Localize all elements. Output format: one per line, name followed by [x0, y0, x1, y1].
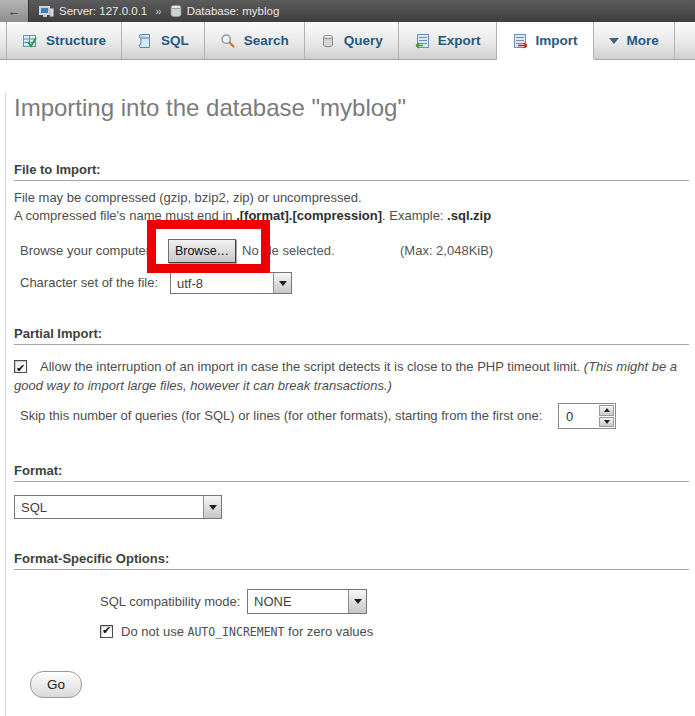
tab-label: Query: [344, 33, 383, 48]
search-icon: [220, 33, 236, 49]
sql-compatibility-select[interactable]: NONE: [247, 589, 367, 614]
tab-label: Search: [244, 33, 289, 48]
import-icon: [512, 33, 528, 49]
no-file-selected-text: No file selected.: [242, 238, 335, 264]
tab-structure[interactable]: Structure: [6, 22, 122, 59]
tab-more[interactable]: More: [594, 22, 675, 59]
charset-label: Character set of the file:: [20, 272, 158, 294]
section-heading-partial-import: Partial Import:: [14, 326, 689, 345]
sql-compatibility-label: SQL compatibility mode:: [100, 589, 240, 614]
export-icon: [414, 33, 430, 49]
browse-label: Browse your computer:: [20, 238, 154, 264]
auto-increment-prefix: Do not use: [121, 624, 188, 639]
up-arrow-icon: [604, 408, 610, 412]
allow-interruption-checkbox[interactable]: [14, 360, 27, 373]
back-arrow-icon: ←: [8, 4, 21, 19]
allow-interruption-row: Allow the interruption of an import in c…: [14, 357, 691, 395]
tab-export[interactable]: Export: [399, 22, 497, 59]
allow-interruption-text: Allow the interruption of an import in c…: [40, 359, 584, 374]
stepper-down-button[interactable]: [599, 417, 614, 428]
main-content: Importing into the database "myblog" Fil…: [5, 93, 695, 716]
structure-icon: [22, 33, 38, 49]
tab-label: More: [627, 33, 659, 48]
stepper-up-button[interactable]: [599, 405, 614, 416]
page-title: Importing into the database "myblog": [14, 93, 691, 122]
tab-import[interactable]: Import: [497, 22, 594, 59]
query-icon: [320, 33, 336, 49]
format-selected-value: SQL: [15, 496, 203, 518]
dropdown-arrow-icon[interactable]: [203, 496, 221, 518]
browse-button[interactable]: Browse…: [168, 239, 236, 263]
auto-increment-label: Do not use AUTO_INCREMENT for zero value…: [121, 624, 373, 639]
auto-increment-code: AUTO_INCREMENT: [188, 625, 285, 639]
skip-queries-value: 0: [559, 404, 598, 428]
sql-icon: [137, 33, 153, 49]
skip-queries-stepper[interactable]: 0: [558, 403, 616, 429]
dropdown-arrow-icon[interactable]: [348, 590, 366, 613]
server-icon: [39, 5, 54, 18]
charset-select[interactable]: utf-8: [170, 272, 292, 294]
filename-example-value: .sql.zip: [447, 208, 491, 223]
filename-format-text: .[format].[compression]: [236, 208, 382, 223]
tab-bar: Structure SQL Search Query: [0, 22, 695, 60]
compress-info-line: File may be compressed (gzip, bzip2, zip…: [14, 190, 362, 205]
tab-label: Structure: [46, 33, 106, 48]
down-arrow-icon: [604, 420, 610, 424]
database-icon: [170, 4, 182, 18]
file-import-description: File may be compressed (gzip, bzip2, zip…: [14, 189, 691, 225]
go-button[interactable]: Go: [30, 671, 82, 698]
browse-row: Browse your computer: Browse… No file se…: [14, 238, 691, 264]
breadcrumb-bar: ← Server: 127.0.0.1 » Database: myblog: [0, 0, 695, 22]
tab-query[interactable]: Query: [305, 22, 399, 59]
auto-increment-suffix: for zero values: [284, 624, 373, 639]
section-heading-format-specific: Format-Specific Options:: [14, 551, 689, 570]
skip-queries-label: Skip this number of queries (for SQL) or…: [20, 403, 542, 429]
tab-label: Export: [438, 33, 481, 48]
charset-row: Character set of the file: utf-8: [14, 272, 691, 294]
skip-queries-row: Skip this number of queries (for SQL) or…: [14, 403, 691, 429]
format-select[interactable]: SQL: [14, 495, 222, 519]
tab-sql[interactable]: SQL: [122, 22, 205, 59]
back-button[interactable]: ←: [0, 0, 29, 22]
sql-compatibility-value: NONE: [248, 590, 348, 613]
filename-rule-text: A compressed file's name must end in: [14, 208, 236, 223]
dropdown-arrow-icon[interactable]: [273, 273, 291, 293]
auto-increment-row: Do not use AUTO_INCREMENT for zero value…: [100, 623, 691, 639]
tab-search[interactable]: Search: [205, 22, 305, 59]
chevron-down-icon: [609, 38, 619, 44]
section-heading-file-to-import: File to Import:: [14, 162, 689, 181]
breadcrumb: Server: 127.0.0.1 » Database: myblog: [39, 4, 279, 18]
format-row: SQL: [14, 495, 691, 519]
breadcrumb-server[interactable]: Server: 127.0.0.1: [59, 5, 147, 17]
breadcrumb-database[interactable]: Database: myblog: [187, 5, 280, 17]
max-upload-size: (Max: 2,048KiB): [400, 238, 493, 264]
tab-label: SQL: [161, 33, 189, 48]
breadcrumb-separator: »: [155, 5, 161, 17]
tab-label: Import: [536, 33, 578, 48]
filename-example-label: . Example:: [382, 208, 447, 223]
charset-selected-value: utf-8: [171, 273, 273, 293]
section-heading-format: Format:: [14, 463, 689, 482]
auto-increment-checkbox[interactable]: [100, 625, 113, 638]
sql-compatibility-row: SQL compatibility mode: NONE: [14, 589, 691, 614]
